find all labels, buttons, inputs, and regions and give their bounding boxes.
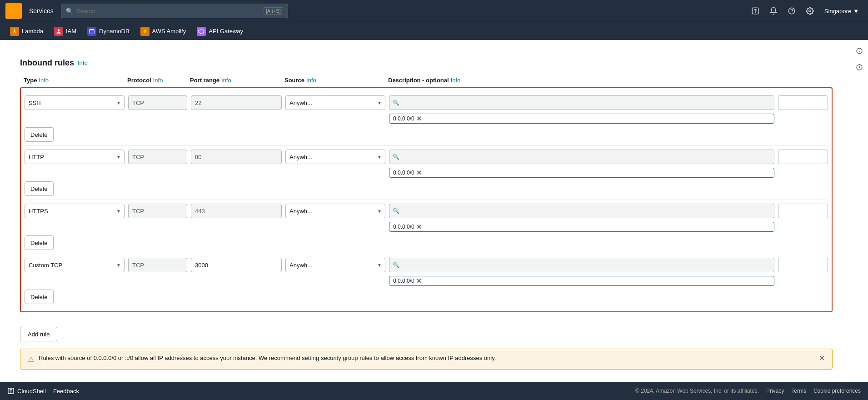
rule4-delete-button[interactable]: Delete xyxy=(25,290,54,304)
rule3-source-select[interactable]: Anywh... Custom xyxy=(285,204,385,218)
rule1-description-input[interactable] xyxy=(778,95,828,110)
svg-marker-7 xyxy=(199,29,204,34)
rule2-description-input[interactable] xyxy=(778,150,828,164)
clock-icon[interactable] xyxy=(852,60,867,75)
tab-dynamodb[interactable]: DynamoDB xyxy=(83,25,134,38)
rule1-description-cell: 🔍 0.0.0.0/0 ✕ xyxy=(389,95,774,124)
col-actions xyxy=(779,77,829,84)
rule3-type-cell: HTTPS SSH HTTP Custom TCP ▼ xyxy=(25,204,125,218)
rule4-port-input[interactable] xyxy=(191,258,282,272)
rule2-source-search[interactable] xyxy=(389,150,774,164)
table-row: Custom TCP SSH HTTP HTTPS ▼ TCP xyxy=(25,254,828,308)
services-nav[interactable]: Services xyxy=(25,5,57,16)
rule2-ip-value: 0.0.0.0/0 xyxy=(393,170,414,176)
dynamodb-label: DynamoDB xyxy=(99,28,129,35)
tab-apigateway[interactable]: API Gateway xyxy=(192,25,248,38)
svg-point-5 xyxy=(58,29,60,31)
rule3-source-wrapper: Anywh... Custom ▼ xyxy=(285,204,385,218)
services-label: Services xyxy=(29,7,54,15)
protocol-info[interactable]: Info xyxy=(153,77,163,84)
col-type: Type Info xyxy=(24,77,124,84)
rule1-source-cell: Anywh... Custom ▼ xyxy=(285,95,385,110)
help-icon[interactable] xyxy=(784,4,799,18)
rule1-delete-button[interactable]: Delete xyxy=(25,127,54,142)
port-info[interactable]: Info xyxy=(221,77,231,84)
rule3-description-cell: 🔍 0.0.0.0/0 ✕ xyxy=(389,204,774,232)
search-icon: 🔍 xyxy=(393,100,399,106)
source-info[interactable]: Info xyxy=(306,77,316,84)
rule1-type-wrapper: SSH HTTP HTTPS Custom TCP ▼ xyxy=(25,95,125,110)
rule3-description-input[interactable] xyxy=(778,204,828,218)
title-info-link[interactable]: Info xyxy=(78,60,88,66)
rule1-actions-cell xyxy=(778,95,828,110)
rule1-type-select[interactable]: SSH HTTP HTTPS Custom TCP xyxy=(25,95,125,110)
rule4-ip-remove[interactable]: ✕ xyxy=(416,277,422,285)
rule1-ip-remove[interactable]: ✕ xyxy=(416,115,422,122)
svg-point-6 xyxy=(90,29,95,30)
rule3-delete-button[interactable]: Delete xyxy=(25,235,54,250)
bell-icon[interactable] xyxy=(766,4,781,18)
rule1-port: 22 xyxy=(191,95,282,110)
rule2-protocol: TCP xyxy=(128,150,187,164)
rule4-source-search[interactable] xyxy=(389,258,774,272)
rule2-delete-cell: Delete xyxy=(25,181,125,196)
warning-close-button[interactable]: ✕ xyxy=(817,354,827,362)
terms-link[interactable]: Terms xyxy=(791,388,806,394)
search-icon: 🔍 xyxy=(393,262,399,268)
description-info[interactable]: Info xyxy=(451,77,461,84)
privacy-link[interactable]: Privacy xyxy=(766,388,784,394)
rule4-source-cell: Anywh... Custom ▼ xyxy=(285,258,385,272)
type-info[interactable]: Info xyxy=(39,77,49,84)
nav-icons: Singapore ▼ xyxy=(748,4,863,18)
col-type-label: Type xyxy=(24,77,37,84)
tab-amplify[interactable]: ⚡ AWS Amplify xyxy=(136,25,191,38)
region-selector[interactable]: Singapore ▼ xyxy=(821,6,863,16)
rule3-source-cell: Anywh... Custom ▼ xyxy=(285,204,385,218)
footer: CloudShell Feedback © 2024, Amazon Web S… xyxy=(0,382,868,400)
rule1-protocol-cell: TCP xyxy=(128,95,187,110)
tab-iam[interactable]: IAM xyxy=(50,25,81,38)
aws-logo xyxy=(5,3,22,19)
col-port-range: Port range Info xyxy=(190,77,281,84)
rule4-actions-cell xyxy=(778,258,828,272)
rule1-source-select[interactable]: Anywh... Custom xyxy=(285,95,385,110)
rule2-source-select[interactable]: Anywh... Custom xyxy=(285,150,385,164)
rule3-ip-remove[interactable]: ✕ xyxy=(416,223,422,230)
rule2-ip-remove[interactable]: ✕ xyxy=(416,169,422,176)
col-protocol-label: Protocol xyxy=(127,77,151,84)
rule1-protocol: TCP xyxy=(128,95,187,110)
svg-point-4 xyxy=(809,10,811,12)
rule4-type-select[interactable]: Custom TCP SSH HTTP HTTPS xyxy=(25,258,125,272)
rule4-description-input[interactable] xyxy=(778,258,828,272)
search-bar[interactable]: 🔍 [Alt+S] xyxy=(61,4,288,18)
rule1-ip-value: 0.0.0.0/0 xyxy=(393,115,414,122)
col-source: Source Info xyxy=(284,77,384,84)
rule3-source-search[interactable] xyxy=(389,204,774,218)
rule4-delete-cell: Delete xyxy=(25,290,125,304)
cloudshell-label: CloudShell xyxy=(17,388,46,395)
rule4-source-select[interactable]: Anywh... Custom xyxy=(285,258,385,272)
rule1-source-search[interactable] xyxy=(389,95,774,110)
rule3-ip-tag: 0.0.0.0/0 ✕ xyxy=(389,222,774,232)
rule2-source-wrapper: Anywh... Custom ▼ xyxy=(285,150,385,164)
add-rule-button[interactable]: Add rule xyxy=(20,327,57,341)
info-panel-icon[interactable] xyxy=(852,44,867,58)
rule2-actions-cell xyxy=(778,150,828,164)
rule1-port-cell: 22 xyxy=(191,95,282,110)
rule4-protocol: TCP xyxy=(128,258,187,272)
rule3-type-select[interactable]: HTTPS SSH HTTP Custom TCP xyxy=(25,204,125,218)
tab-lambda[interactable]: λ Lambda xyxy=(5,25,48,38)
cloudshell-icon[interactable] xyxy=(748,4,763,18)
table-row: SSH HTTP HTTPS Custom TCP ▼ TCP 22 xyxy=(25,92,828,146)
rule3-type-wrapper: HTTPS SSH HTTP Custom TCP ▼ xyxy=(25,204,125,218)
rule2-ip-tag: 0.0.0.0/0 ✕ xyxy=(389,168,774,178)
search-input[interactable] xyxy=(77,8,260,15)
rules-table: SSH HTTP HTTPS Custom TCP ▼ TCP 22 xyxy=(20,87,833,312)
cookie-link[interactable]: Cookie preferences xyxy=(813,388,861,394)
cloudshell-button[interactable]: CloudShell xyxy=(7,387,46,395)
rule2-type-select[interactable]: HTTP SSH HTTPS Custom TCP xyxy=(25,150,125,164)
settings-icon[interactable] xyxy=(803,4,817,18)
feedback-link[interactable]: Feedback xyxy=(53,388,79,395)
rule2-delete-button[interactable]: Delete xyxy=(25,181,54,196)
top-nav: Services 🔍 [Alt+S] Singapore ▼ xyxy=(0,0,868,22)
